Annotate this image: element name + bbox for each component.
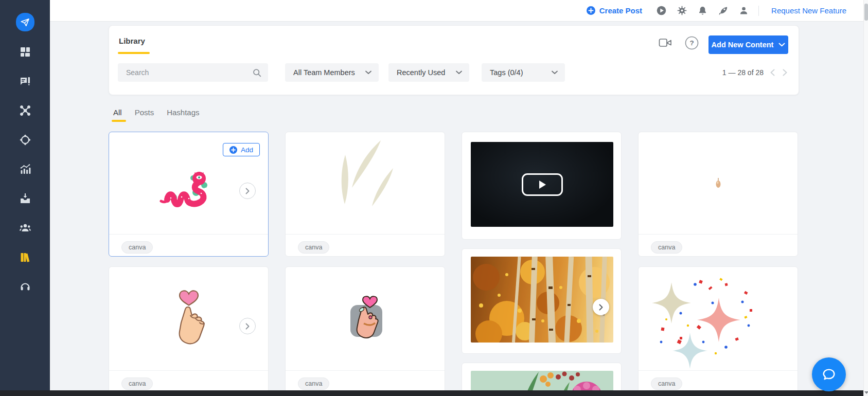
- card-finger-heart-sticker[interactable]: canva: [285, 266, 445, 396]
- gear-icon: [677, 5, 687, 16]
- filter-tags[interactable]: Tags (0/4): [482, 63, 565, 82]
- comment-pencil-icon: [19, 75, 31, 87]
- content-tabs: All Posts Hashtags: [113, 108, 200, 122]
- video-thumbnail: [471, 142, 613, 227]
- svg-text:?: ?: [689, 39, 694, 47]
- card-expand-button[interactable]: [239, 183, 256, 199]
- sidebar-item-network[interactable]: [19, 104, 32, 117]
- sidebar-item-library[interactable]: [19, 250, 32, 264]
- card-sparkles[interactable]: canva: [638, 266, 798, 396]
- chevron-down-icon: [778, 43, 785, 47]
- search-input[interactable]: [118, 68, 252, 77]
- filter-sort-order[interactable]: Recently Used: [388, 63, 469, 82]
- help-button[interactable]: ?: [685, 36, 699, 52]
- video-tutorial-button[interactable]: [659, 37, 672, 50]
- canva-badge: canva: [651, 241, 682, 254]
- inbox-icon: [19, 192, 31, 205]
- video-camera-icon: [659, 37, 672, 48]
- card-finger-heart[interactable]: canva: [109, 266, 269, 396]
- leaf-flicks-image: [331, 138, 400, 215]
- sidebar: [0, 0, 50, 396]
- chat-bubble-icon: [821, 367, 837, 382]
- sidebar-item-posts[interactable]: [19, 75, 32, 88]
- sidebar-item-members[interactable]: [19, 221, 32, 235]
- play-tutorials-button[interactable]: [656, 5, 667, 16]
- canva-badge: canva: [298, 377, 329, 390]
- canva-badge: canva: [651, 377, 682, 390]
- autumn-forest-photo: [471, 257, 613, 343]
- grid-column-3: [462, 132, 622, 396]
- plus-circle-icon: [587, 6, 595, 15]
- autumn-forest-art: [471, 257, 613, 343]
- whats-new-button[interactable]: [717, 5, 729, 16]
- grid-column-1: Add canva: [109, 132, 269, 396]
- library-books-icon: [19, 251, 31, 263]
- pagination-range: 1 — 28 of 28: [722, 68, 764, 77]
- notifications-button[interactable]: [697, 5, 708, 16]
- chat-support-button[interactable]: [812, 357, 846, 391]
- pagination-next-button[interactable]: [782, 68, 788, 77]
- paper-plane-icon: [20, 17, 30, 27]
- canva-badge: canva: [298, 241, 329, 254]
- sidebar-item-audience[interactable]: [19, 133, 32, 147]
- grid-column-2: canva canva: [285, 132, 445, 396]
- card-expand-button[interactable]: [593, 299, 609, 315]
- library-tab[interactable]: Library: [119, 37, 145, 45]
- main-content: Library ? Add New Content All Team Membe…: [50, 22, 863, 396]
- create-post-label: Create Post: [599, 6, 642, 15]
- sparkles-confetti-image: [648, 276, 761, 374]
- filter-team-members[interactable]: All Team Members: [285, 63, 379, 82]
- chevron-right-icon: [783, 69, 787, 76]
- add-new-content-label: Add New Content: [712, 41, 774, 49]
- request-feature-link[interactable]: Request New Feature: [771, 6, 846, 15]
- add-new-content-button[interactable]: Add New Content: [708, 35, 788, 54]
- scrollbar[interactable]: [863, 0, 868, 396]
- team-members-icon: [19, 222, 31, 234]
- chevron-right-icon: [599, 304, 603, 311]
- card-expand-button[interactable]: [239, 318, 256, 334]
- account-button[interactable]: [738, 5, 749, 16]
- chevron-left-icon: [770, 69, 775, 76]
- scrollbar-thumb[interactable]: [864, 4, 868, 21]
- tab-all[interactable]: All: [113, 108, 122, 122]
- sidebar-item-support[interactable]: [19, 280, 32, 293]
- card-leaf-flicks[interactable]: canva: [285, 132, 445, 257]
- filter-sort-order-label: Recently Used: [397, 68, 445, 77]
- card-add-button[interactable]: Add: [223, 143, 260, 156]
- bottom-edge-strip: [0, 390, 868, 396]
- card-autumn-forest[interactable]: [462, 248, 622, 354]
- chevron-right-icon: [245, 188, 250, 194]
- chevron-down-icon: [365, 70, 371, 75]
- scrollbar-down-arrow[interactable]: [864, 391, 868, 394]
- audience-circle-icon: [19, 134, 31, 146]
- chevron-down-icon: [456, 70, 462, 75]
- card-tiny-charm[interactable]: canva: [638, 132, 798, 257]
- play-button[interactable]: [522, 173, 563, 196]
- analytics-chart-icon: [19, 163, 31, 175]
- app-logo[interactable]: [16, 13, 34, 31]
- user-icon: [738, 5, 749, 16]
- play-icon: [538, 180, 546, 189]
- library-grid: Add canva: [109, 132, 799, 396]
- plus-circle-icon: [229, 146, 237, 154]
- dashboard-icon: [19, 46, 31, 58]
- sidebar-item-inbox[interactable]: [19, 192, 32, 205]
- grid-column-4: canva: [638, 132, 798, 396]
- tiny-charm-image: [715, 177, 721, 189]
- help-icon: ?: [685, 36, 699, 50]
- card-add-label: Add: [241, 146, 253, 154]
- settings-button[interactable]: [676, 5, 687, 16]
- tab-posts[interactable]: Posts: [135, 108, 154, 122]
- play-circle-icon: [656, 5, 667, 16]
- create-post-button[interactable]: Create Post: [587, 6, 642, 15]
- tab-hashtags[interactable]: Hashtags: [167, 108, 199, 122]
- card-video[interactable]: [462, 132, 622, 240]
- chevron-down-icon: [552, 70, 558, 75]
- card-snake[interactable]: Add canva: [109, 132, 269, 257]
- sidebar-item-dashboard[interactable]: [19, 45, 32, 59]
- pagination-prev-button[interactable]: [769, 68, 776, 77]
- search-box: [118, 63, 268, 82]
- network-share-icon: [19, 104, 31, 117]
- sidebar-item-analytics[interactable]: [19, 163, 32, 176]
- pagination: 1 — 28 of 28: [722, 63, 788, 82]
